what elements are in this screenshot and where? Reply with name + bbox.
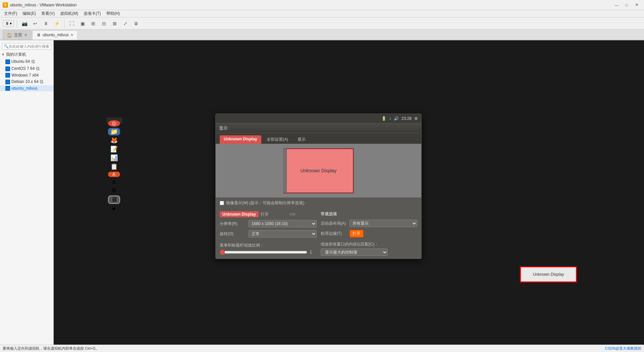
display-dialog: 🔋 ↕ 🔊 23:28 ⚙ 显示 Unknown Display 全部设置(A)… — [215, 114, 422, 259]
taskbar-firefox-icon[interactable]: 🦊 — [108, 137, 120, 144]
home-tab[interactable]: 🏠 主页 ✕ — [3, 30, 32, 40]
sidebar-label-ubuntu64: Ubuntu 64 位 — [11, 59, 35, 64]
unity-btn[interactable]: ▣ — [78, 19, 87, 28]
taskbar-ubuntu-icon[interactable]: A — [108, 172, 120, 177]
sidebar-item-centos[interactable]: □ CentOS 7 64 位 — [0, 65, 53, 72]
taskbar-display-icon[interactable]: 🖥 — [108, 195, 120, 204]
display-name-row: Unknown Display 打开 — [220, 211, 317, 217]
launcher-label: 启动器布局(A) — [321, 221, 347, 226]
all-settings-tab[interactable]: 全部设置(A) — [263, 135, 292, 144]
resize-label: 缩放所有窗口的内容以匹配(C)： — [321, 241, 418, 247]
view-btn[interactable]: ⊞ — [89, 19, 98, 28]
monitor-box: Unknown Display — [283, 148, 354, 193]
status-bar: 要将输入定向到虚拟机，请在虚拟机内部单击或按 Ctrl+G。 CSDN@某大佬教… — [0, 345, 644, 352]
rotation-select[interactable]: 正常 — [249, 230, 317, 237]
sidebar-label-milvus: ubuntu_milvus — [11, 86, 37, 91]
taskbar-impress-icon[interactable]: 📋 — [108, 163, 120, 170]
view2-btn[interactable]: ⊟ — [99, 19, 109, 28]
menu-vm[interactable]: 虚拟机(M) — [57, 10, 81, 17]
ubuntu-statusbar: 🔋 ↕ 🔊 23:28 ⚙ — [216, 114, 421, 123]
mirror-row: 镜像显示(M) (提示：可能会限制分辨率选项) — [216, 197, 421, 209]
vm-tab[interactable]: 🖥 ubuntu_milvus ✕ — [32, 30, 78, 40]
sidebar-group-mypc[interactable]: ▼ 我的计算机 — [0, 51, 53, 58]
suspend-button[interactable]: ⏸ — [41, 19, 51, 28]
toolbar: ⏸ ▾ 📷 ↩ ⏸ ⚡ ⛶ ▣ ⊞ ⊟ ⊠ ⤢ 🖥 — [0, 17, 644, 30]
taskbar-extra-icon[interactable]: ● — [108, 205, 120, 212]
scale-btn[interactable]: ⤢ — [121, 19, 130, 28]
vm-tab-close[interactable]: ✕ — [70, 33, 73, 37]
ubuntu-logo-icon[interactable]: ⊙ — [108, 120, 120, 127]
unknown-display-tab[interactable]: Unknown Display — [220, 135, 261, 144]
close-button[interactable]: ✕ — [632, 1, 641, 9]
screen-btn[interactable]: 🖥 — [131, 19, 141, 28]
fullscreen-btn[interactable]: ⛶ — [67, 19, 76, 28]
mirror-checkbox[interactable] — [220, 201, 224, 205]
sidebar-item-ubuntu-milvus[interactable]: □ ubuntu_milvus — [0, 85, 53, 91]
red-box-highlight: Unknown Display — [520, 266, 577, 282]
arrows-icon: ↕ — [389, 116, 391, 121]
settings-gear-icon[interactable]: ⚙ — [414, 116, 418, 121]
settings-right: 常规选项 启动器布局(A) 所有显示 粘滞边缘(T) 打开 — [321, 211, 418, 237]
maximize-button[interactable]: □ — [622, 1, 631, 9]
menu-help[interactable]: 帮助(H) — [104, 10, 123, 17]
taskbar-amazon-icon[interactable]: a — [108, 178, 120, 185]
taskbar-settings-icon[interactable]: ⚙ — [108, 187, 120, 194]
scale-left: 菜单和标题栏缩放比例： 1 — [220, 243, 317, 255]
sidebar-item-debian[interactable]: □ Debian 10.x 64 位 — [0, 78, 53, 85]
sidebar: 🔍 ▼ 我的计算机 □ Ubuntu 64 位 □ CentOS 7 64 位 … — [0, 40, 54, 345]
vm-tab-label: ubuntu_milvus — [43, 33, 68, 37]
sidebar-search[interactable]: 🔍 — [2, 43, 51, 50]
minimize-button[interactable]: — — [612, 1, 621, 9]
ubuntu-taskbar: ⊙ 📁 🦊 📝 📊 📋 A — [106, 118, 122, 123]
sidebar-item-win7[interactable]: □ Windows 7 x64 — [0, 72, 53, 78]
snapshot-button[interactable]: 📷 — [20, 19, 29, 28]
main-layout: 🔍 ▼ 我的计算机 □ Ubuntu 64 位 □ CentOS 7 64 位 … — [0, 40, 644, 345]
sidebar-group-label: 我的计算机 — [6, 52, 26, 57]
power-button[interactable]: ⚡ — [52, 19, 61, 28]
view3-btn[interactable]: ⊠ — [110, 19, 119, 28]
search-input[interactable] — [9, 44, 50, 48]
menu-edit[interactable]: 编辑(E) — [20, 10, 39, 17]
title-text: ubuntu_milvus - VMware Workstation — [10, 3, 612, 7]
scale-slider[interactable] — [220, 250, 307, 255]
sidebar-item-ubuntu64[interactable]: □ Ubuntu 64 位 — [0, 58, 53, 65]
toggle-label: 打开 — [261, 212, 287, 217]
taskbar-files-icon[interactable]: 📁 — [108, 128, 120, 135]
launcher-select[interactable]: 所有显示 — [350, 220, 418, 227]
vm-tab-icon: 🖥 — [37, 33, 41, 37]
pause-button[interactable]: ⏸ ▾ — [3, 20, 14, 27]
sidebar-label-win7: Windows 7 x64 — [11, 73, 39, 78]
rotation-label: 旋转(O) — [220, 231, 247, 237]
menu-view[interactable]: 查看(V) — [39, 10, 57, 17]
display-name-tag: Unknown Display — [220, 211, 259, 217]
slider-section: 菜单和标题栏缩放比例： 1 缩放所有窗口的内容以匹配(C)： 显示最大的控制项 — [216, 240, 421, 259]
expand-icon: ▼ — [1, 53, 5, 56]
toolbar-separator-1 — [17, 19, 17, 28]
battery-icon: 🔋 — [381, 116, 386, 121]
pause-icon: ⏸ — [5, 21, 9, 26]
settings-area: Unknown Display 打开 分辨率(R) 1680 x 1050 (1… — [216, 209, 421, 240]
sticky-on-button[interactable]: 打开 — [350, 230, 364, 237]
revert-button[interactable]: ↩ — [31, 19, 40, 28]
display-dialog-titlebar: 显示 — [216, 123, 421, 133]
home-tab-label: 主页 — [14, 32, 22, 38]
sidebar-label-debian: Debian 10.x 64 位 — [11, 79, 44, 85]
home-icon: 🏠 — [7, 33, 12, 38]
vm-small-icon-milvus: □ — [5, 86, 10, 91]
time-display: 23:28 — [401, 116, 412, 121]
red-box-label: Unknown Display — [521, 267, 576, 281]
taskbar-calc-icon[interactable]: 📊 — [108, 154, 120, 162]
resolution-select[interactable]: 1680 x 1050 (16:10) — [249, 220, 317, 227]
display-tab[interactable]: 显示 — [293, 135, 310, 144]
home-tab-close[interactable]: ✕ — [24, 33, 27, 37]
toolbar-separator-2 — [64, 19, 64, 28]
toggle-on-button[interactable] — [289, 213, 296, 215]
scale-label: 菜单和标题栏缩放比例： — [220, 243, 317, 248]
menu-tab[interactable]: 选项卡(T) — [81, 10, 103, 17]
resize-right: 缩放所有窗口的内容以匹配(C)： 显示最大的控制项 — [321, 241, 418, 256]
menu-file[interactable]: 文件(F) — [1, 10, 20, 17]
resize-select[interactable]: 显示最大的控制项 — [321, 249, 388, 256]
resolution-label: 分辨率(R) — [220, 221, 247, 227]
status-right-text: CSDN@某大佬教授的 — [605, 346, 641, 351]
taskbar-writer-icon[interactable]: 📝 — [108, 145, 120, 153]
